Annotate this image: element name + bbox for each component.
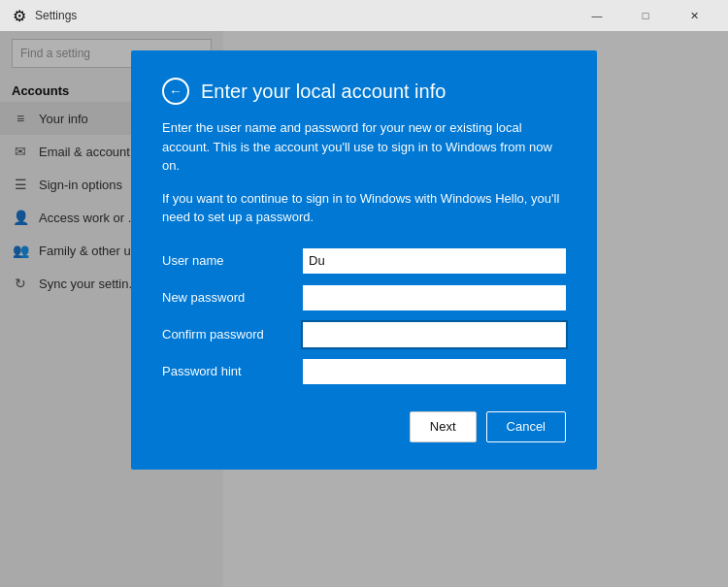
password-hint-row: Password hint bbox=[162, 359, 566, 384]
username-input[interactable] bbox=[303, 248, 566, 274]
settings-app-icon: ⚙ bbox=[12, 8, 27, 23]
password-hint-label: Password hint bbox=[162, 364, 303, 378]
new-password-input[interactable] bbox=[303, 285, 566, 310]
local-account-dialog: ← Enter your local account info Enter th… bbox=[131, 50, 597, 470]
title-bar-title: Settings bbox=[35, 9, 77, 22]
dialog-header: ← Enter your local account info bbox=[162, 78, 566, 105]
password-hint-input[interactable] bbox=[303, 359, 566, 384]
new-password-row: New password bbox=[162, 285, 566, 310]
dialog-overlay: ← Enter your local account info Enter th… bbox=[0, 31, 728, 587]
confirm-password-input[interactable] bbox=[303, 322, 566, 347]
back-arrow-icon: ← bbox=[169, 84, 182, 98]
next-button[interactable]: Next bbox=[410, 411, 477, 442]
confirm-password-row: Confirm password bbox=[162, 322, 566, 347]
dialog-warning: If you want to continue to sign in to Wi… bbox=[162, 189, 566, 227]
maximize-button[interactable]: □ bbox=[623, 0, 668, 31]
dialog-footer: Next Cancel bbox=[162, 411, 566, 442]
dialog-description: Enter the user name and password for you… bbox=[162, 118, 566, 176]
back-button[interactable]: ← bbox=[162, 78, 189, 105]
title-bar: ⚙ Settings — □ ✕ bbox=[0, 0, 728, 31]
username-row: User name bbox=[162, 248, 566, 274]
close-button[interactable]: ✕ bbox=[672, 0, 716, 31]
cancel-button[interactable]: Cancel bbox=[486, 411, 566, 442]
dialog-title: Enter your local account info bbox=[201, 81, 446, 103]
new-password-label: New password bbox=[162, 290, 303, 305]
title-bar-left: ⚙ Settings bbox=[12, 8, 77, 23]
username-label: User name bbox=[162, 253, 303, 268]
confirm-password-label: Confirm password bbox=[162, 327, 303, 342]
title-bar-controls: — □ ✕ bbox=[575, 0, 716, 31]
minimize-button[interactable]: — bbox=[575, 0, 619, 31]
